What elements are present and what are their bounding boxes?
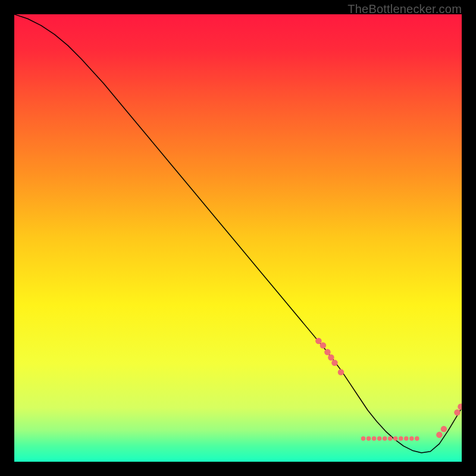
data-point <box>436 432 443 439</box>
data-point <box>338 369 345 375</box>
chart-container: TheBottlenecker.com <box>0 0 476 476</box>
data-point <box>399 436 403 441</box>
data-point <box>320 342 327 349</box>
bottleneck-chart <box>14 14 462 462</box>
data-point <box>393 436 398 441</box>
data-point <box>361 436 366 441</box>
data-point <box>372 436 377 441</box>
data-point <box>367 436 371 441</box>
data-point <box>441 426 447 433</box>
gradient-background <box>14 14 462 462</box>
data-point <box>404 436 409 441</box>
data-point <box>454 409 461 416</box>
data-point <box>377 436 382 441</box>
data-point <box>315 338 322 345</box>
data-point <box>409 436 414 441</box>
data-point <box>415 436 419 441</box>
data-point <box>328 355 334 361</box>
data-point <box>324 349 331 355</box>
data-point <box>383 436 387 441</box>
data-point <box>331 360 338 367</box>
data-point <box>388 436 393 441</box>
